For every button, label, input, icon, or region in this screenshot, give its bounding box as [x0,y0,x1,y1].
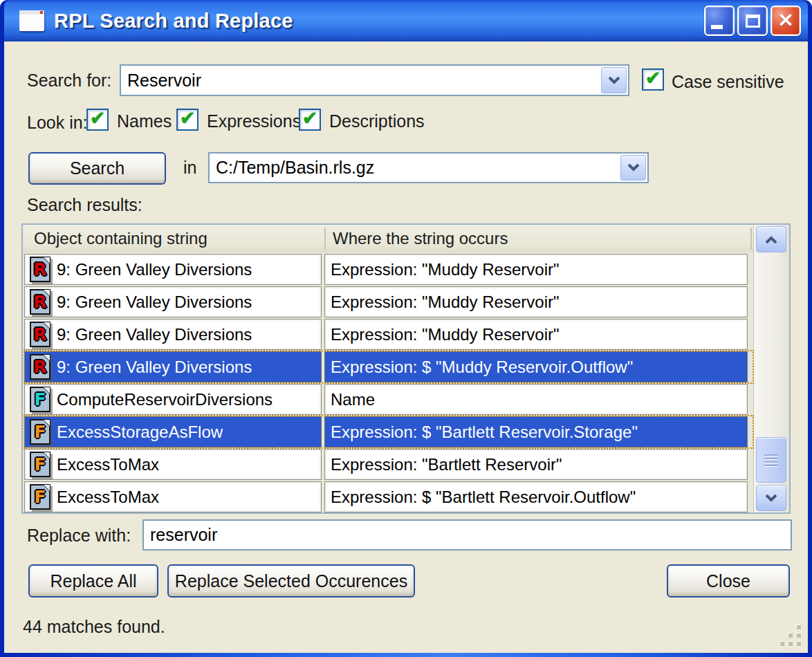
function-icon: F [30,484,50,510]
close-icon: ✕ [777,11,793,30]
chevron-down-icon [627,164,640,172]
checkmark-icon: ✔ [645,69,661,88]
search-for-label: Search for: [27,71,111,91]
column-divider [750,228,752,250]
result-object-cell[interactable]: F ExcessToMax [24,481,322,512]
checkmark-icon: ✔ [302,109,318,128]
column-header-object[interactable]: Object containing string [34,229,207,248]
replace-selected-button[interactable]: Replace Selected Occurences [167,564,415,598]
dialog-window: RPL Search and Replace ✕ Search for: Res… [0,0,812,657]
table-row[interactable]: F ExcessStorageAsFlow Expression: $ "Bar… [24,416,753,448]
rule-icon: R [30,257,50,282]
result-where-cell[interactable]: Expression: $ "Bartlett Reservoir.Storag… [324,416,748,447]
replace-with-input[interactable]: reservoir [142,519,792,550]
resize-grip[interactable] [777,622,802,647]
replace-all-button[interactable]: Replace All [28,564,158,598]
result-where-cell[interactable]: Name [324,384,748,415]
search-for-value[interactable]: Reservoir [121,71,600,91]
minimize-icon [711,25,723,29]
result-object-cell[interactable]: F ComputeReservoirDiversions [24,384,322,415]
chevron-down-icon [608,77,620,84]
result-where-cell[interactable]: Expression: "Muddy Reservoir" [324,286,748,317]
result-where-cell[interactable]: Expression: $ "Muddy Reservoir.Outflow" [324,351,748,382]
result-object-cell[interactable]: F ExcessToMax [24,449,322,480]
close-button[interactable]: Close [667,564,790,598]
scroll-up-button[interactable] [756,226,786,252]
descriptions-label: Descriptions [329,111,425,131]
function-icon: F [30,387,50,412]
rule-icon: R [30,322,50,347]
search-in-dropdown-button[interactable] [620,155,646,181]
search-in-combobox[interactable]: C:/Temp/Basin.rls.gz [208,152,649,183]
table-header[interactable]: Object containing string Where the strin… [23,225,789,252]
look-in-label: Look in: [27,113,88,133]
minimize-button[interactable] [704,6,735,36]
window-title: RPL Search and Replace [54,10,704,33]
table-row[interactable]: F ComputeReservoirDiversions Name [24,383,753,416]
maximize-button[interactable] [737,6,768,36]
maximize-icon [746,15,760,28]
in-label: in [183,158,196,178]
status-text: 44 matches found. [23,617,165,637]
column-header-where[interactable]: Where the string occurs [333,229,508,248]
function-icon: F [30,419,50,445]
table-row[interactable]: R 9: Green Valley Diversions Expression:… [24,253,753,286]
app-window-icon [19,10,44,31]
chevron-up-icon [765,236,777,243]
rule-icon: R [30,289,50,315]
expressions-checkbox[interactable]: ✔ [176,109,199,131]
search-for-dropdown-button[interactable] [601,67,627,93]
search-for-combobox[interactable]: Reservoir [120,64,629,96]
names-checkbox[interactable]: ✔ [86,109,109,131]
result-object-cell[interactable]: F ExcessStorageAsFlow [24,416,322,447]
table-row[interactable]: R 9: Green Valley Diversions Expression:… [24,286,753,318]
vertical-scrollbar[interactable] [753,225,789,512]
rule-icon: R [30,354,50,380]
result-object-cell[interactable]: R 9: Green Valley Diversions [24,319,322,350]
result-where-cell[interactable]: Expression: "Muddy Reservoir" [324,254,748,285]
table-row[interactable]: F ExcessToMax Expression: "Bartlett Rese… [24,448,753,481]
close-window-button[interactable]: ✕ [771,6,801,36]
chevron-down-icon [765,494,777,502]
search-in-value[interactable]: C:/Temp/Basin.rls.gz [210,158,619,178]
result-object-cell[interactable]: R 9: Green Valley Diversions [24,351,322,382]
search-results-label: Search results: [27,195,142,215]
table-row[interactable]: R 9: Green Valley Diversions Expression:… [24,318,753,351]
case-sensitive-label: Case sensitive [672,72,784,92]
checkmark-icon: ✔ [180,109,196,128]
titlebar[interactable]: RPL Search and Replace ✕ [4,0,808,41]
result-where-cell[interactable]: Expression: "Muddy Reservoir" [324,319,748,350]
result-object-cell[interactable]: R 9: Green Valley Diversions [24,254,322,285]
checkmark-icon: ✔ [90,109,106,128]
dialog-client-area: Search for: Reservoir ✔ Case sensitive L… [4,41,808,653]
replace-with-value[interactable]: reservoir [144,525,791,545]
table-rows: R 9: Green Valley Diversions Expression:… [23,252,753,512]
function-icon: F [30,452,50,477]
names-label: Names [117,111,172,131]
result-where-cell[interactable]: Expression: $ "Bartlett Reservoir.Outflo… [324,481,748,512]
case-sensitive-checkbox[interactable]: ✔ [642,68,664,91]
search-results-table: Object containing string Where the strin… [21,223,791,514]
column-divider[interactable] [324,228,326,250]
table-row[interactable]: R 9: Green Valley Diversions Expression:… [24,351,753,383]
search-button[interactable]: Search [28,152,166,185]
result-where-cell[interactable]: Expression: "Bartlett Reservoir" [324,449,748,480]
replace-with-label: Replace with: [27,526,131,546]
descriptions-checkbox[interactable]: ✔ [299,109,321,131]
result-object-cell[interactable]: R 9: Green Valley Diversions [24,286,322,317]
expressions-label: Expressions [207,111,301,131]
table-row[interactable]: F ExcessToMax Expression: $ "Bartlett Re… [24,481,753,513]
scrollbar-thumb[interactable] [756,437,786,483]
scroll-down-button[interactable] [756,485,786,511]
